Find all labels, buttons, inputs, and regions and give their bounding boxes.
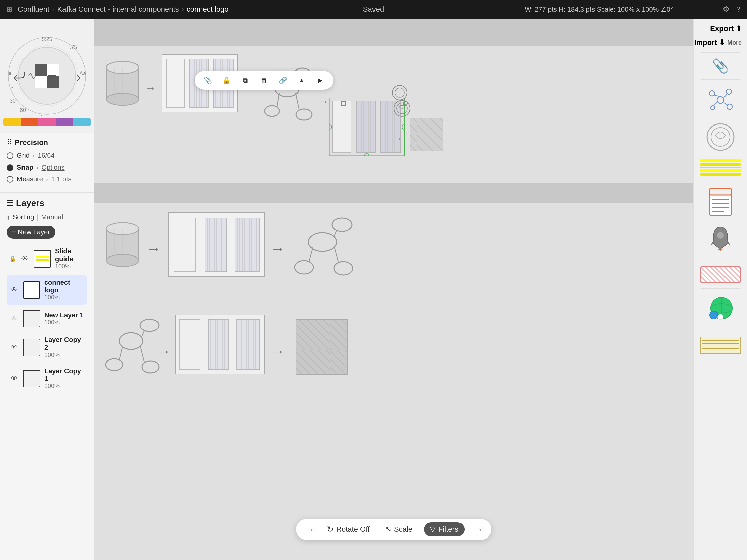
cylinder-svg-2	[104, 220, 141, 267]
hatched-rect[interactable]	[700, 266, 741, 283]
svg-point-143	[106, 358, 123, 371]
grid-icon: ⊞	[7, 5, 12, 14]
filters-button[interactable]: ▽ Filters	[424, 523, 465, 536]
svg-line-76	[277, 93, 280, 107]
multi-col-box-2[interactable]	[168, 212, 265, 279]
filters-label: Filters	[438, 525, 459, 534]
layer-eye-icon2[interactable]: 👁	[9, 285, 19, 295]
svg-rect-30	[710, 188, 731, 195]
multicol-svg-2	[168, 212, 265, 277]
toolbar-flip-v-btn[interactable]: ▲	[295, 74, 308, 87]
swatch-orange[interactable]	[21, 117, 38, 126]
toolbar-lock-btn[interactable]: 🔒	[220, 74, 233, 87]
breadcrumb: Confluent › Kafka Connect - internal com…	[18, 5, 229, 14]
textured-box-3[interactable]	[295, 319, 347, 376]
toolbar-link-btn[interactable]: 📎	[201, 74, 214, 87]
layer-item-copy2[interactable]: 👁 Layer Copy 2 100%	[7, 333, 87, 362]
arrow-1: →	[145, 81, 156, 95]
svg-point-134	[332, 218, 352, 231]
help-icon[interactable]: ?	[736, 5, 740, 14]
svg-line-142	[142, 331, 145, 337]
toolbar-chain-btn[interactable]: 🔗	[276, 74, 289, 87]
toolbar-flip-h-btn[interactable]: ▶	[314, 74, 327, 87]
page-name[interactable]: connect logo	[187, 5, 229, 14]
settings-icon[interactable]: ⚙	[723, 5, 729, 14]
divider3	[701, 181, 739, 181]
svg-point-35	[717, 232, 724, 239]
saved-status: Saved	[363, 5, 384, 14]
snap-radio[interactable]	[7, 164, 14, 171]
snap-row[interactable]: Snap › Options	[7, 163, 87, 171]
layer-item-new-layer1[interactable]: 👁 New Layer 1 100%	[7, 306, 87, 331]
svg-text:60: 60	[20, 107, 26, 113]
layer-eye-icon[interactable]: 👁	[20, 254, 30, 264]
notepad-icon[interactable]	[707, 187, 734, 218]
layer-lock-icon[interactable]: 🔒	[9, 256, 16, 262]
scale-icon: ⤡	[385, 525, 391, 534]
svg-point-18	[717, 97, 724, 103]
molecule-icon[interactable]	[705, 85, 736, 116]
rocket-icon[interactable]	[709, 223, 732, 255]
precision-header: ⠿ Precision	[7, 138, 87, 147]
paperclip-icon[interactable]: 📎	[712, 58, 729, 74]
molecule-2[interactable]	[289, 209, 356, 284]
stamp-svg	[705, 122, 736, 152]
measure-radio[interactable]	[7, 176, 14, 183]
toolbar-duplicate-btn[interactable]: ⧉	[238, 74, 252, 87]
layer-item-connect-logo[interactable]: 👁 connect logo 100%	[7, 275, 87, 304]
multi-col-box-3[interactable]	[175, 314, 265, 376]
grid-value: 16/64	[37, 152, 54, 159]
layers-section: ☰ Layers ↕ Sorting | Manual + New Layer …	[0, 193, 94, 401]
scale-button[interactable]: ⤡ Scale	[381, 523, 416, 536]
yellow-line1[interactable]	[700, 159, 741, 162]
layer-eye-icon4[interactable]: 👁	[9, 343, 19, 352]
project-name[interactable]: Kafka Connect - internal components	[57, 5, 179, 14]
rocket-svg	[709, 223, 732, 254]
yellow-line3[interactable]	[700, 168, 741, 172]
swatch-purple[interactable]	[56, 117, 73, 126]
arrow-row2-2: →	[271, 240, 285, 257]
molecule-1[interactable]	[259, 59, 316, 128]
swatch-yellow[interactable]	[3, 117, 21, 126]
swatch-teal[interactable]	[73, 117, 91, 126]
grid-radio[interactable]	[7, 153, 14, 159]
stamp-icon[interactable]	[705, 122, 736, 154]
swatch-pink[interactable]	[38, 117, 56, 126]
svg-point-28	[711, 128, 730, 146]
rotate-label: Rotate Off	[336, 525, 370, 534]
stamp-on-selection[interactable]	[391, 84, 408, 102]
textured-square[interactable]	[410, 118, 443, 153]
yellow-line4[interactable]	[700, 173, 741, 176]
svg-rect-149	[208, 319, 228, 370]
layer-eye-icon3[interactable]: 👁	[9, 314, 19, 323]
sorting-row[interactable]: ↕ Sorting | Manual	[7, 213, 87, 221]
grid-row[interactable]: Grid › 16/64	[7, 152, 87, 159]
precision-section: ⠿ Precision Grid › 16/64 Snap › Options …	[0, 133, 94, 193]
svg-rect-16	[35, 76, 47, 88]
layer-item-copy1[interactable]: 👁 Layer Copy 1 100%	[7, 364, 87, 393]
globe-icon[interactable]	[705, 294, 736, 326]
molecule-3[interactable]	[101, 313, 161, 381]
layer-item-slide-guide[interactable]: 🔒 👁 Slide guide 100%	[7, 244, 87, 273]
header-action-icons: ⚙ ?	[723, 5, 740, 14]
measure-row[interactable]: Measure › 1:1 pts	[7, 175, 87, 183]
toolbar-delete-btn[interactable]: 🗑	[257, 74, 271, 87]
rotate-off-button[interactable]: ↻ Rotate Off	[323, 523, 374, 536]
import-button[interactable]: Import ⬇ More	[694, 38, 742, 47]
export-button[interactable]: Export ⬆	[710, 24, 742, 33]
cylinder-element-2[interactable]	[104, 220, 141, 269]
wavy-sticker[interactable]	[700, 337, 741, 355]
app-name[interactable]: Confluent	[18, 5, 49, 14]
new-layer-button[interactable]: + New Layer	[7, 225, 55, 239]
divider1	[701, 52, 739, 53]
layer-eye-icon5[interactable]: 👁	[9, 374, 19, 383]
svg-text:≡: ≡	[8, 71, 11, 76]
measure-arrow: ›	[46, 177, 48, 182]
snap-options-link[interactable]: Options	[42, 163, 65, 171]
yellow-line2[interactable]	[700, 163, 741, 166]
more-link[interactable]: More	[727, 39, 742, 46]
cylinder-element-1[interactable]	[104, 59, 141, 107]
filter-icon: ▽	[430, 525, 436, 534]
wavy-svg	[700, 337, 741, 353]
svg-rect-42	[700, 337, 741, 353]
